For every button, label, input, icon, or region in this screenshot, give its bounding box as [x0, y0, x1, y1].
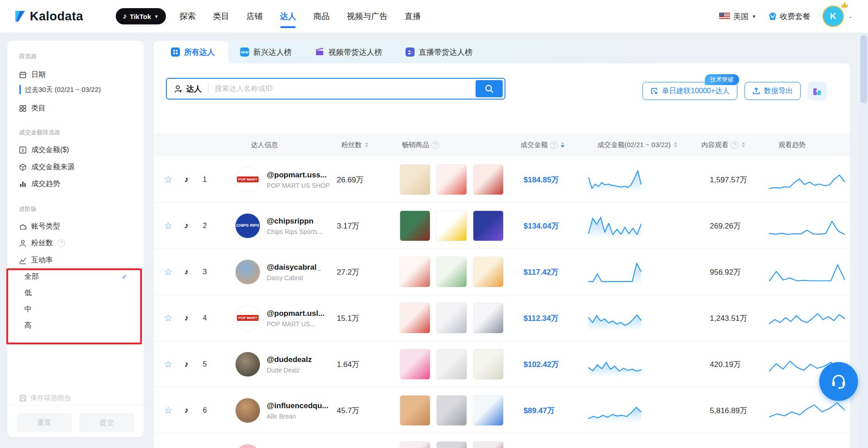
creator-avatar[interactable]	[235, 398, 260, 423]
product-thumbnails	[400, 303, 504, 334]
product-thumbnail-1[interactable]	[436, 210, 467, 241]
search-category-label[interactable]: 达人	[186, 84, 202, 94]
product-thumbnail-0[interactable]	[400, 303, 430, 334]
page-scrollbar[interactable]	[859, 33, 868, 448]
product-thumbnail-1[interactable]	[436, 257, 467, 287]
avatar[interactable]: K	[822, 5, 844, 27]
creator-avatar[interactable]	[235, 444, 260, 448]
table-row: ☆ ♪ 3 @daisycabral_ Daisy Cabral 27.2万 $…	[154, 249, 850, 295]
sort-icon[interactable]	[561, 142, 565, 148]
gmv-trend-sparkline	[588, 444, 642, 448]
nav-item-2[interactable]: 店铺	[246, 0, 263, 33]
clapperboard-icon	[315, 48, 324, 57]
product-thumbnail-0[interactable]	[400, 164, 430, 195]
question-icon[interactable]: ?	[57, 239, 65, 247]
submit-button[interactable]: 提交	[80, 414, 134, 432]
col-gmv-range[interactable]: 成交金额(02/21 ~ 03/22)	[597, 133, 677, 157]
platform-selector[interactable]: ♪ TikTok ▼	[116, 8, 166, 24]
tab-0[interactable]: 所有达人	[157, 41, 228, 63]
creator-avatar[interactable]: CHIPS RIPS	[235, 213, 260, 238]
reset-button[interactable]: 重置	[17, 414, 71, 432]
customer-support-button[interactable]	[819, 362, 858, 401]
filter-date-label: 日期	[31, 70, 46, 80]
favorite-star-icon[interactable]: ☆	[163, 359, 174, 370]
product-thumbnail-1[interactable]	[436, 349, 467, 380]
pricing-plan-link[interactable]: 收费套餐	[768, 11, 811, 22]
tab-2[interactable]: 视频带货达人榜	[303, 41, 394, 63]
product-thumbnail-2[interactable]	[473, 349, 504, 380]
filter-gmv[interactable]: $ 成交金额($)	[19, 145, 132, 155]
scrollbar-thumb[interactable]	[860, 35, 867, 103]
engagement-option-3[interactable]: 高	[24, 320, 127, 330]
product-thumbnail-0[interactable]	[400, 441, 430, 448]
engagement-options: 全部✓低中高	[19, 272, 132, 330]
product-thumbnail-0[interactable]	[400, 395, 430, 426]
product-thumbnail-1[interactable]	[436, 303, 467, 334]
search-button[interactable]	[476, 80, 503, 97]
filter-gmv-label: 成交金额($)	[31, 145, 69, 155]
filter-engagement[interactable]: 互动率	[19, 255, 132, 265]
tab-1[interactable]: NEW新兴达人榜	[228, 41, 303, 63]
nav-item-5[interactable]: 视频与广告	[347, 0, 387, 33]
filter-gmv-trend[interactable]: 成交趋势	[19, 179, 132, 189]
nav-item-0[interactable]: 探索	[179, 0, 196, 33]
filter-date[interactable]: 日期	[19, 70, 132, 80]
engagement-option-1[interactable]: 低	[24, 288, 127, 298]
favorite-star-icon[interactable]: ☆	[163, 405, 174, 416]
product-thumbnail-1[interactable]	[436, 164, 467, 195]
col-followers[interactable]: 粉丝数	[341, 133, 368, 157]
question-icon[interactable]: ?	[550, 141, 558, 149]
favorite-star-icon[interactable]: ☆	[163, 313, 174, 324]
tab-3[interactable]: 直播带货达人榜	[394, 41, 484, 63]
product-thumbnail-0[interactable]	[400, 349, 430, 380]
creator-avatar[interactable]: POP MART	[235, 305, 260, 331]
product-thumbnail-2[interactable]	[473, 441, 504, 448]
nav-item-6[interactable]: 直播	[405, 0, 421, 33]
analytics-icon-button[interactable]	[808, 81, 827, 100]
region-selector[interactable]: 美国 ▼	[719, 11, 756, 22]
question-icon[interactable]: ?	[731, 141, 739, 149]
product-thumbnail-2[interactable]	[473, 164, 504, 195]
filter-date-value[interactable]: 过去30天 (02/21 ~ 03/22)	[19, 85, 132, 94]
product-thumbnails	[400, 210, 504, 241]
product-thumbnails	[400, 257, 504, 287]
engagement-option-0[interactable]: 全部✓	[24, 272, 127, 281]
sort-icon[interactable]	[742, 142, 745, 148]
favorite-star-icon[interactable]: ☆	[163, 267, 174, 277]
kalodata-logo[interactable]: Kalodata	[14, 10, 83, 24]
creator-avatar[interactable]	[235, 259, 260, 285]
favorite-star-icon[interactable]: ☆	[163, 174, 174, 185]
question-icon[interactable]: ?	[431, 141, 439, 149]
data-export-button[interactable]: 数据导出	[745, 82, 801, 100]
filter-account-type[interactable]: 账号类型	[19, 221, 132, 231]
product-thumbnail-2[interactable]	[473, 395, 504, 426]
creator-avatar[interactable]: POP MART	[235, 167, 260, 192]
product-thumbnail-0[interactable]	[400, 210, 430, 241]
col-content-views[interactable]: 内容观看 ?	[702, 133, 745, 157]
favorite-star-icon[interactable]: ☆	[163, 220, 174, 231]
user-menu[interactable]: K ⌄	[822, 5, 853, 27]
product-thumbnail-2[interactable]	[473, 257, 504, 287]
tab-label: 直播带货达人榜	[419, 47, 472, 57]
product-thumbnail-1[interactable]	[436, 441, 467, 448]
filter-category[interactable]: 类目	[19, 103, 132, 113]
engagement-option-2[interactable]: 中	[24, 304, 127, 314]
col-gmv[interactable]: 成交金额 ?	[521, 133, 565, 157]
sort-icon[interactable]	[365, 142, 368, 148]
nav-item-4[interactable]: 商品	[313, 0, 330, 33]
filter-followers[interactable]: 粉丝数 ?	[19, 238, 132, 248]
tiktok-icon: ♪	[182, 221, 191, 230]
creator-avatar[interactable]	[235, 352, 260, 377]
search-input[interactable]	[214, 84, 476, 93]
nav-item-3[interactable]: 达人	[280, 0, 296, 33]
gmv-amount: $117.42万	[524, 267, 582, 277]
product-thumbnail-0[interactable]	[400, 257, 430, 287]
product-thumbnail-1[interactable]	[436, 395, 467, 426]
col-top-products: 畅销商品 ?	[402, 133, 439, 157]
filter-gmv-source[interactable]: 成交金额来源	[19, 162, 132, 172]
sort-icon[interactable]	[674, 142, 678, 148]
product-thumbnail-2[interactable]	[473, 303, 504, 334]
save-filter-combo[interactable]: 保存筛选组合	[19, 394, 71, 402]
nav-item-1[interactable]: 类目	[213, 0, 229, 33]
product-thumbnail-2[interactable]	[473, 210, 504, 241]
